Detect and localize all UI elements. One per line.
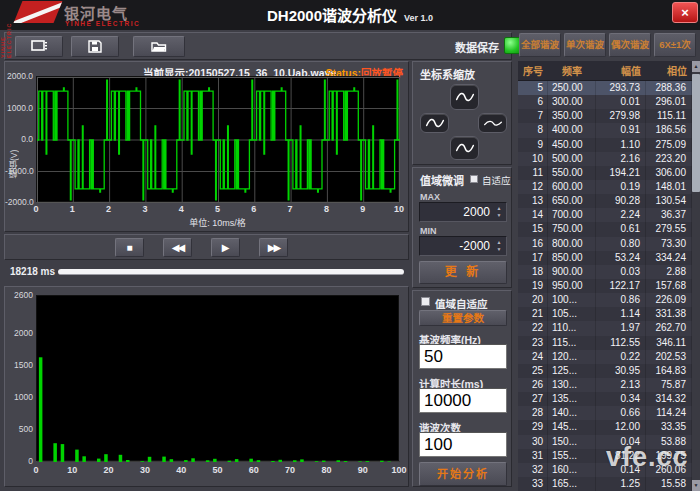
spectrum-x-tick: 80	[314, 465, 338, 475]
zoom-down-button[interactable]	[450, 136, 479, 160]
seek-slider[interactable]	[58, 269, 404, 275]
table-row[interactable]: 19950.00122.17157.68	[518, 279, 692, 293]
wave-x-tick: 7	[280, 204, 300, 214]
tab-all-harmonics[interactable]: 全部谐波	[519, 33, 561, 57]
table-row[interactable]: 17850.0053.24334.24	[518, 251, 692, 265]
spectrum-x-tick: 30	[133, 465, 157, 475]
table-row[interactable]: 25125...30.95164.83	[518, 364, 692, 378]
harmonic-bar	[315, 461, 319, 462]
reset-params-button[interactable]: 重置参数	[419, 310, 507, 326]
wave-x-tick: 10	[389, 204, 409, 214]
waveform-plot[interactable]	[36, 76, 399, 202]
cell-frequency: 130...	[548, 378, 596, 392]
rewind-button[interactable]: ◀◀	[163, 238, 192, 257]
scroll-down-icon[interactable]: ▼	[692, 480, 700, 491]
zoom-right-button[interactable]	[478, 113, 507, 133]
harmonic-bar	[213, 459, 217, 462]
save-button[interactable]	[71, 36, 119, 57]
table-row[interactable]: 23115...112.55346.11	[518, 336, 692, 350]
tab-even-harmonics[interactable]: 偶次谐波	[609, 33, 651, 57]
table-row[interactable]: 14700.002.2436.37	[518, 208, 692, 222]
update-button[interactable]: 更 新	[419, 261, 507, 284]
cell-frequency: 125...	[548, 364, 596, 378]
cell-index: 19	[518, 279, 548, 293]
table-row[interactable]: 20100...0.86226.09	[518, 293, 692, 307]
table-row[interactable]: 7350.00279.98115.11	[518, 109, 692, 123]
table-scrollbar[interactable]: ▲ ▼	[692, 61, 700, 491]
table-row[interactable]: 16800.000.8073.30	[518, 237, 692, 251]
tab-6x1-harmonics[interactable]: 6X±1次	[654, 33, 696, 57]
table-row[interactable]: 10500.002.16223.20	[518, 152, 692, 166]
monitor-button[interactable]	[15, 36, 63, 57]
col-header-phase[interactable]: 相位	[646, 63, 692, 78]
scroll-up-icon[interactable]: ▲	[692, 61, 700, 72]
close-button[interactable]: ×	[672, 2, 698, 23]
scrollbar-thumb[interactable]	[692, 74, 700, 192]
table-row[interactable]: 18900.000.032.88	[518, 265, 692, 279]
cell-index: 13	[518, 194, 548, 208]
table-row[interactable]: 13650.0090.28130.54	[518, 194, 692, 208]
spectrum-x-tick: 50	[206, 465, 230, 475]
col-header-amplitude[interactable]: 幅值	[596, 63, 646, 78]
table-row[interactable]: 9450.001.10275.09	[518, 138, 692, 152]
cell-phase: 331.38	[646, 307, 692, 321]
cell-frequency: 155...	[548, 449, 596, 463]
tab-odd-harmonics[interactable]: 单次谐波	[564, 33, 606, 57]
table-row[interactable]: 33165...1.2515.58	[518, 477, 692, 491]
fundamental-freq-input[interactable]	[419, 344, 507, 369]
table-row[interactable]: 8400.000.91186.56	[518, 123, 692, 137]
harmonic-bar	[235, 459, 239, 462]
cell-index: 18	[518, 265, 548, 279]
table-row[interactable]: 26130...2.1375.87	[518, 378, 692, 392]
table-row[interactable]: 11550.00194.21306.00	[518, 166, 692, 180]
stop-button[interactable]: ■	[115, 238, 144, 257]
cell-index: 15	[518, 222, 548, 236]
harmonic-bar	[279, 460, 283, 462]
fast-forward-button[interactable]: ▶▶	[259, 238, 288, 257]
zoom-up-button[interactable]	[450, 84, 479, 110]
value-auto-checkbox[interactable]	[421, 297, 430, 306]
wave-y-tick: -1000.0	[5, 166, 33, 176]
cell-index: 24	[518, 350, 548, 364]
cell-phase: 279.55	[646, 222, 692, 236]
cell-index: 9	[518, 138, 548, 152]
table-row[interactable]: 12600.000.19148.01	[518, 180, 692, 194]
min-spinner[interactable]: -2000▲▼	[419, 236, 507, 256]
calc-duration-input[interactable]	[419, 388, 507, 413]
spinner-arrows-icon[interactable]: ▲▼	[495, 239, 503, 253]
col-header-index[interactable]: 序号	[518, 63, 548, 78]
play-button[interactable]: ▶	[211, 238, 240, 257]
open-file-button[interactable]	[133, 36, 185, 57]
harmonic-count-input[interactable]	[419, 432, 507, 457]
max-spinner[interactable]: 2000▲▼	[419, 202, 507, 222]
max-label: MAX	[420, 192, 440, 202]
harmonic-bar	[271, 461, 275, 462]
harmonic-bar	[53, 443, 57, 462]
spectrum-x-tick: 10	[60, 465, 84, 475]
col-header-frequency[interactable]: 频率	[548, 63, 596, 78]
cell-frequency: 400.00	[548, 123, 596, 137]
range-auto-checkbox[interactable]	[470, 175, 478, 183]
table-row[interactable]: 5250.00293.73288.36	[518, 81, 692, 95]
window-title: DH2000谐波分析仪Ver 1.0	[267, 4, 433, 25]
harmonic-bar	[380, 461, 384, 462]
spectrum-plot[interactable]	[36, 295, 399, 461]
table-row[interactable]: 21105...1.14331.38	[518, 307, 692, 321]
spinner-arrows-icon[interactable]: ▲▼	[495, 205, 503, 219]
table-row[interactable]: 6300.000.01296.01	[518, 95, 692, 109]
start-analysis-button[interactable]: 开始分析	[419, 462, 507, 486]
harmonic-bar	[366, 461, 370, 462]
table-row[interactable]: 28140...0.66114.24	[518, 406, 692, 420]
folder-open-icon	[151, 40, 168, 53]
cell-phase: 2.88	[646, 265, 692, 279]
wave-x-tick: 9	[353, 204, 373, 214]
cell-phase: 334.24	[646, 251, 692, 265]
cell-phase: 75.87	[646, 378, 692, 392]
table-row[interactable]: 24120...0.22202.53	[518, 350, 692, 364]
table-row[interactable]: 15750.000.61279.55	[518, 222, 692, 236]
table-row[interactable]: 27135...0.34314.32	[518, 392, 692, 406]
cell-phase: 130.54	[646, 194, 692, 208]
table-row[interactable]: 22110...1.97262.70	[518, 321, 692, 335]
table-row[interactable]: 29145...12.0033.35	[518, 420, 692, 434]
zoom-left-button[interactable]	[420, 113, 449, 133]
